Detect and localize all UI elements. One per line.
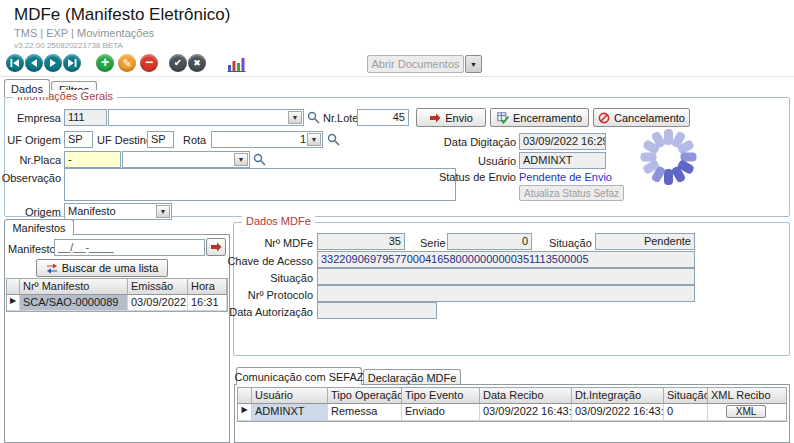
exchange-arrows-icon	[46, 263, 58, 274]
column-data-recibo: Data Recibo	[480, 388, 572, 404]
nrplaca-combo[interactable]: ▼	[122, 151, 250, 168]
tab-declaracao-label: Declaração MDFe	[368, 372, 457, 384]
buscar-lista-button[interactable]: Buscar de uma lista	[36, 259, 168, 277]
cell-data-recibo[interactable]: 03/09/2022 16:43:15	[480, 404, 572, 421]
cell-tipo-evento[interactable]: Enviado	[402, 404, 480, 421]
nav-prev-button[interactable]	[25, 54, 43, 72]
uf-destino-field[interactable]: SP	[147, 131, 174, 148]
column-tipo-operacao: Tipo Operação	[328, 388, 402, 404]
nav-first-button[interactable]	[6, 54, 24, 72]
nrplaca-lookup-button[interactable]	[253, 153, 266, 166]
nrlote-field[interactable]: 45	[357, 109, 409, 126]
cell-tipo-operacao[interactable]: Remessa	[328, 404, 402, 421]
situacao2-label: Situação	[220, 272, 313, 284]
add-button[interactable]: +	[96, 54, 114, 72]
nav-next-icon	[48, 58, 58, 68]
xml-button-label: XML	[736, 406, 757, 417]
uf-destino-label: UF Destino	[97, 134, 152, 146]
column-dt-integracao: Dt.Integração	[572, 388, 664, 404]
empresa-code-field[interactable]: 111	[64, 109, 107, 126]
chevron-down-icon[interactable]: ▼	[234, 153, 248, 166]
minus-icon: −	[145, 55, 153, 69]
version-label: v3.22.00 250820221738 BETA	[14, 41, 123, 50]
nav-last-button[interactable]	[63, 54, 81, 72]
chevron-down-icon[interactable]: ▼	[307, 133, 321, 146]
envio-button[interactable]: Envio	[416, 108, 486, 127]
empresa-combo[interactable]: ▼	[108, 109, 304, 126]
data-digitacao-field: 03/09/2022 16:29	[519, 133, 606, 150]
table-row[interactable]: ▶ SCA/SAO-0000089 03/09/2022 16:31	[7, 295, 227, 311]
rota-value: 1	[300, 133, 306, 145]
rota-lookup-button[interactable]	[327, 133, 340, 146]
column-nr-manifesto: Nrº Manifesto	[20, 279, 128, 295]
column-usuario: Usuário	[252, 388, 328, 404]
cell-dt-integracao[interactable]: 03/09/2022 16:43:15	[572, 404, 664, 421]
cell-xml-recibo: XML	[708, 404, 786, 421]
uf-origem-field[interactable]: SP	[64, 131, 93, 148]
edit-button[interactable]: ✎	[118, 54, 136, 72]
chave-acesso-field: 3322090697957700041658000000000035111350…	[317, 251, 695, 268]
origem-combo[interactable]: Manifesto ▼	[64, 203, 172, 220]
nr-mdfe-field: 35	[317, 233, 405, 250]
close-manifest-icon	[497, 112, 509, 124]
encerramento-button[interactable]: Encerramento	[490, 108, 589, 127]
nav-last-icon	[67, 58, 77, 68]
header-marker-cell	[7, 279, 20, 295]
atualiza-status-sefaz-button[interactable]: Atualiza Status Sefaz	[519, 185, 624, 201]
confirm-button[interactable]: ✔	[169, 54, 187, 72]
rota-label: Rota	[183, 134, 206, 146]
tab-manifestos-label: Manifestos	[12, 222, 65, 234]
abrir-documentos-dropdown-button[interactable]: ▼	[465, 55, 482, 73]
data-autorizacao-label: Data Autorização	[220, 306, 313, 318]
header-marker-cell	[238, 388, 252, 404]
search-icon	[307, 111, 320, 124]
tab-dados[interactable]: Dados	[4, 79, 50, 97]
encerramento-label: Encerramento	[513, 112, 582, 124]
tab-comunicacao-sefaz[interactable]: Comunicação com SEFAZ	[236, 367, 362, 385]
observacao-textarea[interactable]	[64, 168, 456, 201]
chart-toolbar-button[interactable]	[227, 54, 246, 73]
chevron-down-icon: ▼	[470, 61, 477, 68]
chevron-down-icon[interactable]: ▼	[156, 205, 170, 218]
pencil-icon: ✎	[122, 58, 131, 69]
empresa-lookup-button[interactable]	[307, 111, 320, 124]
buscar-lista-label: Buscar de uma lista	[62, 262, 159, 274]
nrplaca-label: Nr.Placa	[10, 154, 61, 166]
dados-mdfe-title: Dados MDFe	[242, 215, 315, 227]
rota-combo[interactable]: 1 ▼	[211, 131, 323, 148]
atualiza-status-label: Atualiza Status Sefaz	[524, 188, 619, 199]
nrplaca-field[interactable]: -	[64, 151, 121, 168]
origem-label: Origem	[10, 206, 61, 218]
chevron-down-icon[interactable]: ▼	[288, 111, 302, 124]
cell-emissao[interactable]: 03/09/2022	[128, 295, 188, 311]
cell-nr-manifesto[interactable]: SCA/SAO-0000089	[20, 295, 128, 311]
nav-next-button[interactable]	[44, 54, 62, 72]
search-icon	[327, 133, 340, 146]
cell-situacao[interactable]: 0	[664, 404, 708, 421]
check-icon: ✔	[174, 58, 182, 68]
column-emissao: Emissão	[128, 279, 188, 295]
prohibit-icon	[598, 112, 610, 124]
manifesto-label: Manifesto	[8, 243, 56, 255]
delete-button[interactable]: −	[140, 54, 158, 72]
abrir-documentos-label: Abrir Documentos	[371, 58, 459, 70]
breadcrumb: TMS | EXP | Movimentações	[14, 27, 154, 39]
manifesto-input[interactable]: __/__-____	[54, 239, 205, 256]
data-digitacao-label: Data Digitação	[436, 136, 516, 148]
bar-chart-icon	[227, 54, 246, 73]
mdfe-window: MDFe (Manifesto Eletrônico) TMS | EXP | …	[0, 0, 794, 443]
tab-declaracao-mdfe[interactable]: Declaração MDFe	[363, 369, 461, 385]
xml-recibo-button[interactable]: XML	[726, 405, 766, 418]
abrir-documentos-button[interactable]: Abrir Documentos	[367, 55, 464, 73]
situacao-label: Situação	[549, 237, 592, 249]
cell-usuario[interactable]: ADMINXT	[252, 404, 328, 421]
row-marker-icon: ▶	[238, 404, 252, 421]
tab-manifestos[interactable]: Manifestos	[4, 219, 74, 235]
table-row[interactable]: ▶ ADMINXT Remessa Enviado 03/09/2022 16:…	[238, 404, 786, 421]
cancel-edit-button[interactable]: ✖	[188, 54, 206, 72]
nrlote-label: Nr.Lote	[323, 112, 358, 124]
cancelamento-button[interactable]: Cancelamento	[593, 108, 690, 127]
situacao2-field	[317, 268, 695, 285]
sefaz-grid: Usuário Tipo Operação Tipo Evento Data R…	[237, 387, 787, 422]
empresa-label: Empresa	[10, 112, 61, 124]
